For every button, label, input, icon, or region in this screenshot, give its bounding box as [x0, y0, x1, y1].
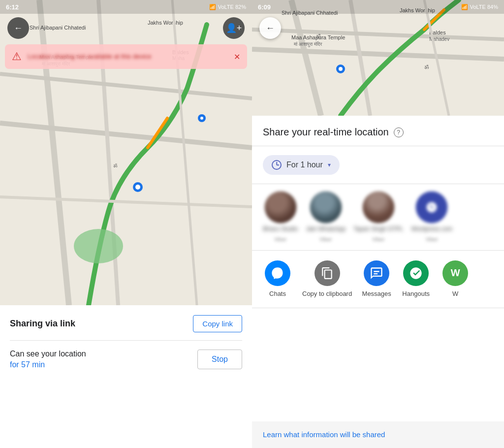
back-arrow-right: ← — [266, 23, 275, 33]
sheet-title: Share your real-time location — [263, 127, 389, 138]
clipboard-icon — [315, 260, 340, 286]
bottom-panel-left: Sharing via link Copy link Can see your … — [0, 305, 252, 448]
battery-icon-left: VoLTE 82% — [218, 4, 246, 10]
map-area-right: Shri Ajibapani Chhatedi Jakhs Worship Ma… — [252, 0, 504, 116]
messages-icon — [364, 260, 389, 286]
svg-text:Shri Ajibapani Chhatedi: Shri Ajibapani Chhatedi — [30, 25, 86, 31]
app-item-messages[interactable]: Messages — [362, 260, 391, 298]
right-panel: Shri Ajibapani Chhatedi Jakhs Worship Ma… — [252, 0, 504, 448]
hangouts-icon: " — [403, 260, 429, 286]
status-icons-left: 📶 VoLTE 82% — [209, 4, 246, 10]
back-button-right[interactable]: ← — [259, 17, 281, 39]
status-bar-left: 6:12 📶 VoLTE 82% — [0, 0, 252, 14]
app-item-hangouts[interactable]: " Hangouts — [401, 260, 431, 298]
contact-item-2[interactable]: Jain WhatsApp Viber — [306, 192, 346, 242]
left-panel: Shri Ajibapani Chhatedi Jakhs Worship Ma… — [0, 0, 252, 448]
app-label-chats: Chats — [269, 290, 286, 298]
sharing-via-link-row: Sharing via link Copy link — [10, 315, 242, 341]
duration-row: For 1 hour ▾ — [252, 146, 504, 184]
svg-point-13 — [135, 185, 140, 190]
svg-point-18 — [200, 117, 203, 120]
svg-text:मां आशापुरा मंदिर: मां आशापुरा मंदिर — [293, 41, 322, 47]
network-icon-right: 📶 — [461, 4, 468, 10]
map-background-right: Shri Ajibapani Chhatedi Jakhs Worship Ma… — [252, 0, 504, 116]
edit-icon: ✎ — [427, 202, 437, 213]
sheet-header: Share your real-time location ? — [252, 116, 504, 146]
warning-icon: ⚠ — [12, 50, 22, 63]
app-label-hangouts: Hangouts — [402, 290, 430, 298]
avatar-2 — [310, 191, 342, 223]
warning-close-icon[interactable]: ✕ — [234, 52, 240, 62]
battery-icon-right: VoLTE 84% — [470, 4, 498, 10]
dropdown-arrow-icon: ▾ — [328, 161, 331, 168]
time-left: 6:12 — [6, 3, 19, 11]
avatar-4: ✎ — [416, 191, 448, 223]
svg-text:ॐ: ॐ — [316, 33, 321, 40]
map-area-left: Shri Ajibapani Chhatedi Jakhs Worship Ma… — [0, 0, 252, 305]
help-icon[interactable]: ? — [394, 128, 404, 137]
bottom-sheet: Share your real-time location ? For 1 ho… — [252, 116, 504, 448]
svg-text:Jakhs Worship: Jakhs Worship — [148, 20, 183, 26]
svg-text:ॐ: ॐ — [424, 64, 429, 70]
avatar-3 — [362, 191, 394, 223]
svg-rect-37 — [374, 271, 379, 272]
add-person-icon: 👤+ — [226, 23, 242, 33]
apps-row: Chats Copy to clipboard — [252, 251, 504, 309]
app-item-chats[interactable]: Chats — [263, 260, 292, 298]
stop-button[interactable]: Stop — [197, 350, 242, 369]
more-app-icon: W — [442, 260, 468, 286]
contact-item-1[interactable]: Bhavu Studio Viber — [263, 192, 298, 242]
learn-more-link[interactable]: Learn what information will be shared — [263, 430, 385, 439]
can-see-text: Can see your location — [10, 350, 86, 358]
clock-icon — [272, 160, 282, 170]
location-info-text: Can see your location for 57 min — [10, 350, 86, 369]
learn-more-footer: Learn what information will be shared — [252, 421, 504, 448]
contact-sub-3: Viber — [372, 236, 384, 242]
status-icons-right: 📶 VoLTE 84% — [461, 4, 498, 10]
location-info-row: Can see your location for 57 min Stop — [10, 341, 242, 369]
time-remaining: for 57 min — [10, 360, 86, 369]
contact-name-3: Tapan Singh GTPL — [353, 225, 403, 233]
sharing-title: Sharing via link — [10, 319, 75, 329]
location-warning: ⚠ Location sharing not available at this… — [5, 44, 247, 69]
warning-text: Location sharing not available at this d… — [28, 53, 152, 61]
contact-item-3[interactable]: Tapan Singh GTPL Viber — [353, 192, 403, 242]
svg-point-16 — [74, 229, 123, 263]
svg-point-33 — [339, 67, 343, 71]
contact-name-4: Wordpress.com — [411, 225, 453, 233]
app-item-clipboard[interactable]: Copy to clipboard — [302, 260, 352, 298]
contact-sub-1: Viber — [274, 236, 286, 242]
duration-label: For 1 hour — [286, 160, 323, 169]
app-label-more: W — [452, 290, 458, 298]
app-item-more[interactable]: W W — [441, 260, 470, 298]
contact-name-2: Jain WhatsApp — [306, 225, 346, 233]
network-icon-left: 📶 — [209, 4, 216, 10]
back-arrow-left: ← — [14, 23, 23, 33]
app-label-clipboard: Copy to clipboard — [302, 290, 352, 298]
contacts-row: Bhavu Studio Viber Jain WhatsApp Viber T… — [252, 184, 504, 251]
duration-button[interactable]: For 1 hour ▾ — [263, 155, 340, 175]
back-button-left[interactable]: ← — [7, 17, 29, 39]
status-bar-right: 6:09 📶 VoLTE 84% — [252, 0, 504, 14]
copy-link-button[interactable]: Copy link — [193, 315, 242, 332]
contact-sub-4: Viber — [426, 236, 438, 242]
add-person-button[interactable]: 👤+ — [223, 17, 245, 39]
app-label-messages: Messages — [362, 290, 391, 298]
svg-text:ॐ: ॐ — [113, 163, 118, 168]
messenger-icon — [265, 260, 290, 286]
contact-name-1: Bhavu Studio — [263, 225, 298, 233]
contact-item-4[interactable]: ✎ Wordpress.com Viber — [411, 192, 453, 242]
time-right: 6:09 — [258, 3, 271, 11]
contact-sub-2: Viber — [319, 236, 332, 242]
avatar-1 — [264, 191, 296, 223]
svg-rect-38 — [374, 273, 378, 274]
svg-text:": " — [412, 269, 415, 277]
